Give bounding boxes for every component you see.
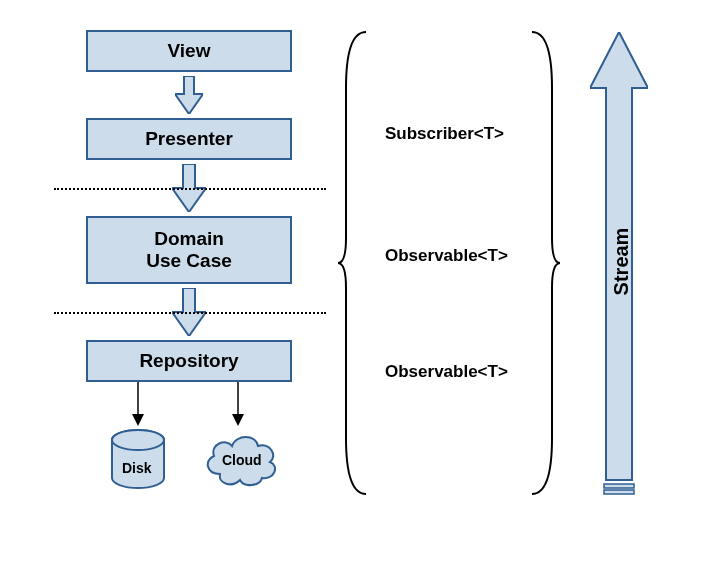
diagram-canvas: { "chart_data": { "type": "diagram", "ti… — [0, 0, 712, 562]
layer-box-presenter: Presenter — [86, 118, 292, 160]
rx-label-observable-domain: Observable<T> — [385, 246, 508, 266]
layer-box-repository: Repository — [86, 340, 292, 382]
svg-point-3 — [112, 430, 164, 450]
layer-box-domain: Domain Use Case — [86, 216, 292, 284]
brace-left-icon — [336, 28, 370, 498]
rx-label-observable-repository: Observable<T> — [385, 362, 508, 382]
layer-separator-2 — [54, 312, 326, 314]
layer-label-view: View — [168, 40, 211, 62]
layer-separator-1 — [54, 188, 326, 190]
arrow-view-to-presenter — [175, 76, 203, 114]
storage-cloud-label: Cloud — [222, 452, 262, 468]
rx-label-subscriber: Subscriber<T> — [385, 124, 504, 144]
arrows-repository-to-storage — [86, 382, 292, 432]
layer-label-domain-1: Domain — [154, 228, 224, 250]
svg-rect-5 — [604, 490, 634, 494]
stream-label: Stream — [610, 228, 633, 296]
layer-label-repository: Repository — [139, 350, 238, 372]
brace-right-icon — [528, 28, 562, 498]
storage-disk-label: Disk — [122, 460, 152, 476]
layer-label-domain-2: Use Case — [146, 250, 232, 272]
layer-box-view: View — [86, 30, 292, 72]
layer-label-presenter: Presenter — [145, 128, 233, 150]
svg-rect-4 — [604, 484, 634, 488]
